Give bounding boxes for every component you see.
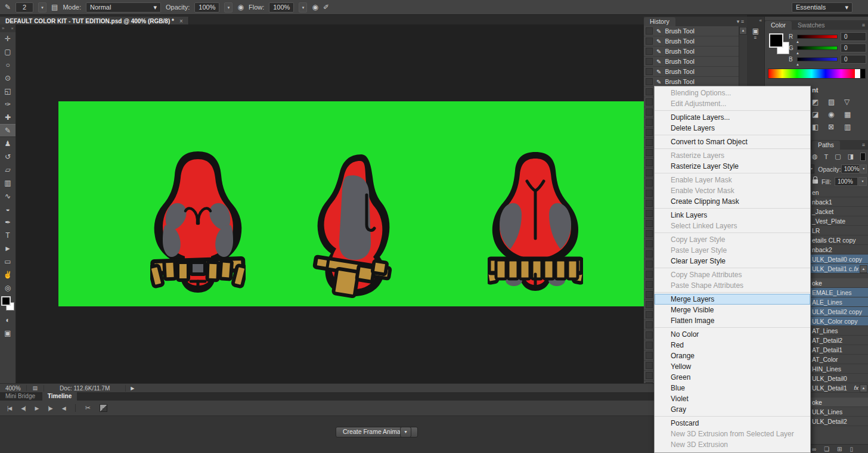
menu-item-merge-layers[interactable]: Merge Layers [655, 294, 810, 305]
type-tool[interactable]: T [0, 229, 16, 242]
new-layer-icon[interactable]: ⊞ [837, 446, 842, 452]
adjustment-levels-icon[interactable]: ◩ [812, 98, 820, 106]
menu-item-merge-visible[interactable]: Merge Visible [655, 305, 810, 315]
color-spectrum-bar[interactable] [768, 69, 866, 79]
history-step-well[interactable] [646, 139, 653, 146]
history-step-well[interactable] [646, 129, 653, 136]
zoom-tool[interactable]: ◎ [0, 281, 16, 294]
history-step-well[interactable] [646, 149, 653, 156]
menu-item-convert-to-smart-object[interactable]: Convert to Smart Object [655, 136, 810, 147]
move-tool[interactable]: ✛ [0, 32, 16, 45]
filter-type-icon[interactable]: T [824, 153, 829, 160]
flow-dropdown[interactable]: ▾ [299, 2, 307, 13]
marquee-tool[interactable]: ▢ [0, 45, 16, 58]
document-size-info[interactable]: Doc: 112.6K/11.7M [44, 385, 126, 392]
history-step-well[interactable] [646, 281, 653, 288]
menu-item-create-clipping-mask[interactable]: Create Clipping Mask [655, 196, 810, 207]
history-step-well[interactable] [646, 260, 653, 268]
prev-frame-icon[interactable]: ◀| [21, 405, 25, 411]
menu-item-gray[interactable]: Gray [655, 404, 810, 415]
menu-item-rasterize-layer-style[interactable]: Rasterize Layer Style [655, 161, 810, 172]
blend-mode-select[interactable]: Normal ▾ [86, 2, 161, 13]
panel-menu-icon[interactable]: ▾ ≡ [737, 18, 747, 24]
history-step-well[interactable] [646, 240, 653, 247]
menu-item-delete-layers[interactable]: Delete Layers [655, 123, 810, 134]
scroll-up-icon[interactable]: ▲ [860, 384, 867, 392]
hand-tool[interactable]: ✌ [0, 268, 16, 281]
history-step-well[interactable] [646, 27, 653, 35]
eyedropper-tool[interactable]: ✑ [0, 98, 16, 111]
tab-paths[interactable]: Paths [812, 141, 840, 150]
channel-slider-g[interactable]: ▲ [797, 46, 838, 50]
next-frame-icon[interactable]: |▶ [48, 405, 52, 411]
opacity-dropdown[interactable]: ▾ [224, 2, 232, 13]
adjustment-mixer-icon[interactable]: ▥ [844, 123, 852, 131]
close-icon[interactable]: × [179, 18, 183, 24]
black-swatch[interactable] [860, 69, 865, 78]
path-select-tool[interactable]: ► [0, 242, 16, 255]
menu-item-clear-layer-style[interactable]: Clear Layer Style [655, 256, 810, 266]
history-step[interactable]: ✎Brush Tool [644, 46, 739, 57]
scroll-up-icon[interactable]: ▲ [739, 27, 747, 35]
history-step-well[interactable] [646, 98, 653, 106]
channel-value-g[interactable]: 0 [841, 44, 866, 52]
channel-slider-r[interactable]: ▲ [797, 35, 838, 39]
menu-item-duplicate-layers[interactable]: Duplicate Layers... [655, 112, 810, 123]
scroll-up-icon[interactable]: ▲ [860, 265, 867, 273]
history-step-well[interactable] [646, 250, 653, 257]
adjustment-filter-icon[interactable]: ⊠ [828, 123, 836, 131]
snapshot-icon[interactable]: ▣ [747, 27, 764, 35]
quick-mask-tool[interactable]: ◐ [0, 314, 16, 327]
channel-slider-b[interactable]: ▲ [797, 57, 838, 61]
history-step-well[interactable] [646, 88, 653, 95]
history-step-well[interactable] [646, 271, 653, 278]
shape-tool[interactable]: ▭ [0, 255, 16, 268]
history-step[interactable]: ✎Brush Tool [644, 67, 739, 77]
screen-mode-tool[interactable]: ▣ [0, 327, 16, 340]
adjustment-exposure-icon[interactable]: ▽ [844, 98, 852, 106]
fill-dropdown[interactable]: ▾ [858, 177, 867, 186]
menu-item-blue[interactable]: Blue [655, 383, 810, 393]
history-step-well[interactable] [646, 301, 653, 308]
history-step-well[interactable] [646, 179, 653, 187]
workspace-select[interactable]: Essentials ▾ [792, 2, 852, 13]
close-icon[interactable]: × [11, 26, 14, 31]
smudge-tool[interactable]: ∿ [0, 190, 16, 203]
tab-color[interactable]: Color [765, 21, 792, 30]
canvas-area[interactable] [16, 24, 644, 383]
gradient-tool[interactable]: ▥ [0, 176, 16, 190]
tab-timeline[interactable]: Timeline [42, 392, 77, 401]
history-step-well[interactable] [646, 58, 653, 65]
clone-stamp-tool[interactable]: ♟ [0, 137, 16, 150]
history-step-well[interactable] [646, 68, 653, 75]
crop-tool[interactable]: ◱ [0, 85, 16, 98]
brush-size-value[interactable]: 2 [16, 2, 33, 13]
menu-item-link-layers[interactable]: Link Layers [655, 210, 810, 221]
pen-tool[interactable]: ✒ [0, 216, 16, 229]
menu-item-flatten-image[interactable]: Flatten Image [655, 315, 810, 326]
play-icon[interactable]: ▶ [35, 405, 39, 411]
tab-mini-bridge[interactable]: Mini Bridge [0, 392, 41, 401]
history-step-well[interactable] [646, 190, 653, 197]
delete-layer-icon[interactable]: ▯ [850, 446, 854, 452]
menu-item-no-color[interactable]: No Color [655, 329, 810, 340]
history-step-well[interactable] [646, 48, 653, 55]
history-step-well[interactable] [646, 321, 653, 328]
history-step-well[interactable] [646, 200, 653, 207]
menu-item-red[interactable]: Red [655, 340, 810, 350]
history-step-well[interactable] [646, 291, 653, 298]
dodge-tool[interactable]: ◒ [0, 203, 16, 216]
history-step-well[interactable] [646, 108, 653, 116]
audio-mute-icon[interactable]: ◀ [62, 405, 66, 411]
channel-value-r[interactable]: 0 [841, 32, 866, 41]
filter-pixel-icon[interactable]: ◍ [812, 153, 818, 160]
timeline-type-dropdown[interactable]: ▾ [400, 427, 411, 438]
history-step-well[interactable] [646, 220, 653, 227]
adjustment-hue-icon[interactable]: ◉ [828, 110, 836, 119]
scissors-icon[interactable]: ✂ [75, 404, 90, 412]
collapse-icon[interactable]: » [2, 26, 4, 31]
menu-item-yellow[interactable]: Yellow [655, 361, 810, 372]
history-step-well[interactable] [646, 159, 653, 166]
link-layers-icon[interactable]: ∞ [812, 446, 816, 452]
lock-icon[interactable] [813, 179, 818, 184]
